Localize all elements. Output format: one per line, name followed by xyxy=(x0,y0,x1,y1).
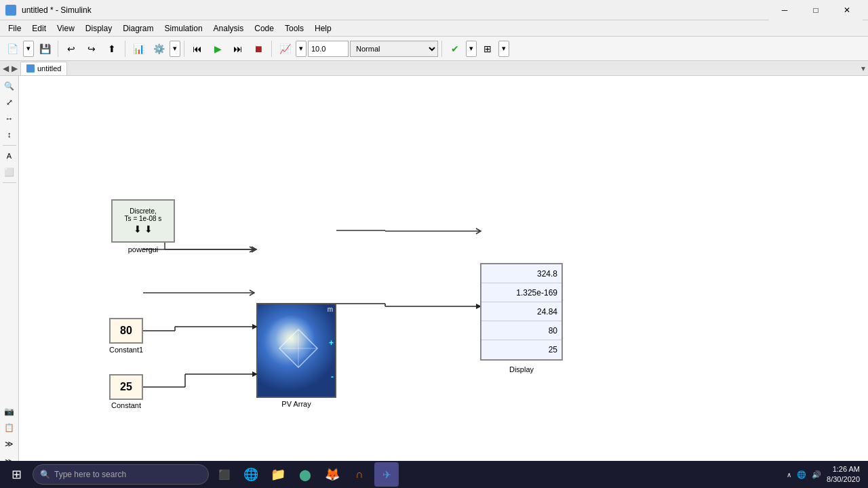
taskbar-simulink[interactable]: ✈ xyxy=(374,462,399,487)
separator-2 xyxy=(125,41,125,57)
tab-nav-forward[interactable]: ▶ xyxy=(12,64,18,73)
rectangle-tool[interactable]: ⬜ xyxy=(2,165,17,180)
constant1-block[interactable]: 80 xyxy=(109,318,143,344)
tab-icon xyxy=(26,64,35,73)
wiring-svg xyxy=(19,76,868,472)
chrome-icon: ⬤ xyxy=(299,468,311,481)
menu-help[interactable]: Help xyxy=(309,22,337,35)
minimize-button[interactable]: ─ xyxy=(769,0,800,20)
sidebar-sep-2 xyxy=(3,182,16,183)
display-value-2: 1.325e-169 xyxy=(516,288,557,298)
speaker-icon: 🔊 xyxy=(812,470,821,479)
settings-dropdown[interactable]: ▾ xyxy=(170,41,180,57)
pv-port-m-label: m xyxy=(328,306,333,313)
taskbar-chrome[interactable]: ⬤ xyxy=(293,462,317,487)
menu-edit[interactable]: Edit xyxy=(26,22,52,35)
annotation-tool[interactable]: A xyxy=(2,148,17,163)
pan-v-tool[interactable]: ↕ xyxy=(2,127,17,142)
stop-button[interactable]: ⏹ xyxy=(249,40,268,58)
display-value-4: 80 xyxy=(549,326,557,336)
taskbar-edge[interactable]: 🌐 xyxy=(239,462,263,487)
menu-simulation[interactable]: Simulation xyxy=(159,22,208,35)
run-button[interactable]: ▶ xyxy=(208,40,227,58)
expand-icon[interactable]: ≫ xyxy=(2,436,17,451)
display-block[interactable]: 324.8 1.325e-169 24.84 80 25 xyxy=(480,263,563,361)
powergui-block[interactable]: Discrete, Ts = 1e-08 s ⬇⬇ xyxy=(111,199,175,243)
menu-analysis[interactable]: Analysis xyxy=(208,22,250,35)
menu-file[interactable]: File xyxy=(3,22,26,35)
constant1-value: 80 xyxy=(120,325,132,337)
tab-bar: ◀ ▶ untitled ▾ xyxy=(0,61,868,76)
explorer-icon: 📁 xyxy=(271,467,285,482)
taskbar-matlab[interactable]: ∩ xyxy=(347,462,372,487)
pv-array-block[interactable]: m Ir T + - xyxy=(256,303,336,398)
sim-mode-select[interactable]: Normal Accelerator Rapid Accelerator xyxy=(350,41,438,57)
pv-diamond xyxy=(278,328,319,369)
separator-3 xyxy=(184,41,184,57)
display-label: Display xyxy=(480,365,563,373)
toolbar: 📄 ▾ 💾 ↩ ↪ ⬆ 📊 ⚙️ ▾ ⏮ ▶ ⏭ ⏹ 📈 ▾ 10.0 Norm… xyxy=(0,37,868,61)
start-button[interactable]: ⊞ xyxy=(3,461,30,488)
display-value-3: 24.84 xyxy=(537,307,557,317)
tab-collapse[interactable]: ▾ xyxy=(861,64,865,73)
firefox-icon: 🦊 xyxy=(325,467,340,482)
tab-label: untitled xyxy=(37,64,61,73)
menu-view[interactable]: View xyxy=(52,22,80,35)
window-controls: ─ □ ✕ xyxy=(769,0,863,20)
step-forward-button[interactable]: ⏭ xyxy=(229,40,248,58)
connection-lines xyxy=(19,76,868,472)
scope-dropdown[interactable]: ▾ xyxy=(296,41,307,57)
clock-time: 1:26 AM xyxy=(827,464,860,474)
close-button[interactable]: ✕ xyxy=(831,0,863,20)
menu-display[interactable]: Display xyxy=(80,22,117,35)
new-button[interactable]: 📄 xyxy=(3,40,22,58)
menu-code[interactable]: Code xyxy=(249,22,279,35)
settings-button[interactable]: ⚙️ xyxy=(149,40,168,58)
taskbar-task-view[interactable]: ⬛ xyxy=(212,462,236,487)
undo-button[interactable]: ↩ xyxy=(62,40,81,58)
clipboard-tool[interactable]: 📋 xyxy=(2,420,17,435)
display-row-2: 1.325e-169 xyxy=(481,283,561,302)
step-back-button[interactable]: ⏮ xyxy=(188,40,207,58)
separator-1 xyxy=(58,41,58,57)
search-bar[interactable]: 🔍 Type here to search xyxy=(33,464,209,485)
separator-4 xyxy=(271,41,272,57)
taskbar-explorer[interactable]: 📁 xyxy=(266,462,290,487)
pv-array-label: PV Array xyxy=(256,400,336,408)
tray-expand[interactable]: ∧ xyxy=(787,471,791,479)
constant1-label: Constant1 xyxy=(109,346,143,354)
redo-button[interactable]: ↪ xyxy=(82,40,101,58)
display-value-1: 324.8 xyxy=(537,269,557,279)
fit-tool[interactable]: ⤢ xyxy=(2,95,17,110)
task-view-icon: ⬛ xyxy=(218,469,230,480)
search-icon: 🔍 xyxy=(40,470,50,479)
menu-tools[interactable]: Tools xyxy=(279,22,309,35)
snapshot-tool[interactable]: 📷 xyxy=(2,404,17,419)
constant-block[interactable]: 25 xyxy=(109,374,143,400)
grid-button[interactable]: ⊞ xyxy=(478,40,497,58)
edge-icon: 🌐 xyxy=(243,467,258,482)
sim-time-input[interactable]: 10.0 xyxy=(308,41,349,57)
menu-diagram[interactable]: Diagram xyxy=(117,22,159,35)
save-button[interactable]: 💾 xyxy=(35,40,54,58)
tab-untitled[interactable]: untitled xyxy=(20,62,67,75)
grid-dropdown[interactable]: ▾ xyxy=(498,41,509,57)
window-title: untitled * - Simulink xyxy=(22,5,764,15)
start-icon: ⊞ xyxy=(12,467,22,482)
check-button[interactable]: ✔ xyxy=(446,40,465,58)
scope-button[interactable]: 📈 xyxy=(275,40,294,58)
taskbar-firefox[interactable]: 🦊 xyxy=(320,462,344,487)
up-button[interactable]: ⬆ xyxy=(102,40,121,58)
model-explorer-button[interactable]: 📊 xyxy=(129,40,148,58)
new-dropdown[interactable]: ▾ xyxy=(23,41,34,57)
sidebar-sep-1 xyxy=(3,145,16,146)
maximize-button[interactable]: □ xyxy=(800,0,831,20)
zoom-tool[interactable]: 🔍 xyxy=(2,79,17,94)
left-sidebar: 🔍 ⤢ ↔ ↕ A ⬜ ≫ 📷 📋 ≫ xyxy=(0,76,19,472)
tab-nav-back[interactable]: ◀ xyxy=(3,64,9,73)
matlab-icon: ∩ xyxy=(355,468,363,481)
display-row-1: 324.8 xyxy=(481,264,561,283)
pan-h-tool[interactable]: ↔ xyxy=(2,111,17,126)
check-dropdown[interactable]: ▾ xyxy=(466,41,477,57)
display-row-4: 80 xyxy=(481,321,561,340)
